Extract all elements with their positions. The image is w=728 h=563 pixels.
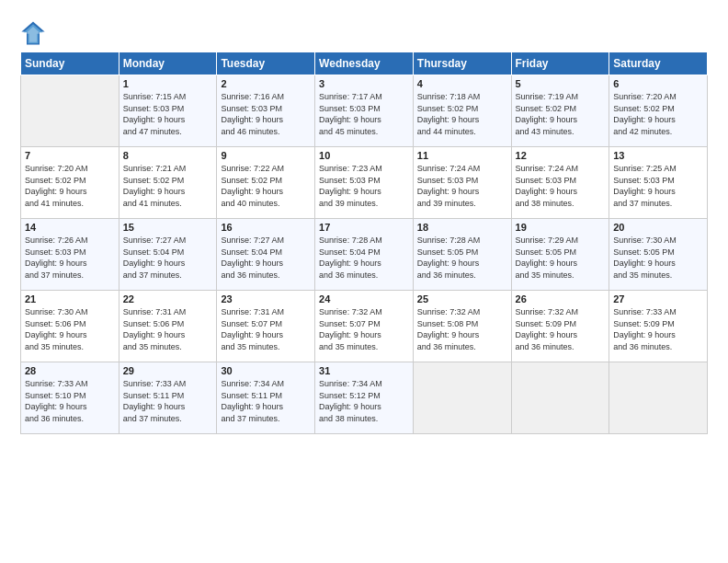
day-number: 1 <box>123 78 213 89</box>
calendar-cell: 27Sunrise: 7:33 AM Sunset: 5:09 PM Dayli… <box>609 291 708 362</box>
day-number: 20 <box>613 222 703 233</box>
day-info: Sunrise: 7:18 AM Sunset: 5:02 PM Dayligh… <box>417 91 507 137</box>
day-info: Sunrise: 7:20 AM Sunset: 5:02 PM Dayligh… <box>613 91 703 137</box>
calendar-cell: 29Sunrise: 7:33 AM Sunset: 5:11 PM Dayli… <box>119 362 217 434</box>
day-info: Sunrise: 7:24 AM Sunset: 5:03 PM Dayligh… <box>516 163 606 209</box>
day-info: Sunrise: 7:23 AM Sunset: 5:03 PM Dayligh… <box>319 163 409 209</box>
day-number: 15 <box>123 222 213 233</box>
day-info: Sunrise: 7:33 AM Sunset: 5:09 PM Dayligh… <box>613 306 703 352</box>
day-info: Sunrise: 7:32 AM Sunset: 5:07 PM Dayligh… <box>319 306 409 352</box>
day-info: Sunrise: 7:26 AM Sunset: 5:03 PM Dayligh… <box>25 235 115 281</box>
calendar-cell: 10Sunrise: 7:23 AM Sunset: 5:03 PM Dayli… <box>315 147 414 219</box>
day-number: 18 <box>417 222 507 233</box>
day-info: Sunrise: 7:32 AM Sunset: 5:09 PM Dayligh… <box>516 306 606 352</box>
day-number: 12 <box>516 150 606 161</box>
day-info: Sunrise: 7:28 AM Sunset: 5:05 PM Dayligh… <box>417 235 507 281</box>
calendar-cell: 19Sunrise: 7:29 AM Sunset: 5:05 PM Dayli… <box>511 219 609 291</box>
calendar-cell <box>511 362 609 434</box>
calendar-cell: 23Sunrise: 7:31 AM Sunset: 5:07 PM Dayli… <box>217 291 315 362</box>
calendar-cell: 2Sunrise: 7:16 AM Sunset: 5:03 PM Daylig… <box>217 75 315 147</box>
day-info: Sunrise: 7:33 AM Sunset: 5:10 PM Dayligh… <box>25 378 115 424</box>
calendar-cell <box>609 362 708 434</box>
day-number: 14 <box>25 222 115 233</box>
weekday-header: Tuesday <box>217 52 315 75</box>
day-info: Sunrise: 7:29 AM Sunset: 5:05 PM Dayligh… <box>516 235 606 281</box>
calendar-week-row: 7Sunrise: 7:20 AM Sunset: 5:02 PM Daylig… <box>21 147 708 219</box>
calendar-cell: 20Sunrise: 7:30 AM Sunset: 5:05 PM Dayli… <box>609 219 708 291</box>
day-number: 19 <box>516 222 606 233</box>
weekday-header: Wednesday <box>315 52 414 75</box>
day-number: 25 <box>417 293 507 304</box>
weekday-header: Sunday <box>21 52 119 75</box>
calendar-cell: 5Sunrise: 7:19 AM Sunset: 5:02 PM Daylig… <box>511 75 609 147</box>
weekday-row: SundayMondayTuesdayWednesdayThursdayFrid… <box>21 52 708 75</box>
logo-icon <box>20 20 46 46</box>
day-info: Sunrise: 7:33 AM Sunset: 5:11 PM Dayligh… <box>123 378 213 424</box>
day-number: 24 <box>319 293 409 304</box>
day-info: Sunrise: 7:27 AM Sunset: 5:04 PM Dayligh… <box>221 235 311 281</box>
calendar-cell: 16Sunrise: 7:27 AM Sunset: 5:04 PM Dayli… <box>217 219 315 291</box>
day-info: Sunrise: 7:20 AM Sunset: 5:02 PM Dayligh… <box>25 163 115 209</box>
weekday-header: Friday <box>511 52 609 75</box>
day-number: 28 <box>25 365 115 376</box>
day-info: Sunrise: 7:16 AM Sunset: 5:03 PM Dayligh… <box>221 91 311 137</box>
calendar-cell: 24Sunrise: 7:32 AM Sunset: 5:07 PM Dayli… <box>315 291 414 362</box>
day-info: Sunrise: 7:32 AM Sunset: 5:08 PM Dayligh… <box>417 306 507 352</box>
calendar-cell: 18Sunrise: 7:28 AM Sunset: 5:05 PM Dayli… <box>413 219 511 291</box>
day-info: Sunrise: 7:34 AM Sunset: 5:11 PM Dayligh… <box>221 378 311 424</box>
weekday-header: Saturday <box>609 52 708 75</box>
day-number: 3 <box>319 78 409 89</box>
calendar-header: SundayMondayTuesdayWednesdayThursdayFrid… <box>21 52 708 75</box>
day-number: 2 <box>221 78 311 89</box>
calendar-cell: 26Sunrise: 7:32 AM Sunset: 5:09 PM Dayli… <box>511 291 609 362</box>
header <box>20 17 708 46</box>
day-number: 10 <box>319 150 409 161</box>
calendar-cell: 22Sunrise: 7:31 AM Sunset: 5:06 PM Dayli… <box>119 291 217 362</box>
calendar-cell: 11Sunrise: 7:24 AM Sunset: 5:03 PM Dayli… <box>413 147 511 219</box>
day-info: Sunrise: 7:15 AM Sunset: 5:03 PM Dayligh… <box>123 91 213 137</box>
day-number: 8 <box>123 150 213 161</box>
day-info: Sunrise: 7:25 AM Sunset: 5:03 PM Dayligh… <box>613 163 703 209</box>
calendar-week-row: 21Sunrise: 7:30 AM Sunset: 5:06 PM Dayli… <box>21 291 708 362</box>
calendar-week-row: 1Sunrise: 7:15 AM Sunset: 5:03 PM Daylig… <box>21 75 708 147</box>
day-info: Sunrise: 7:21 AM Sunset: 5:02 PM Dayligh… <box>123 163 213 209</box>
calendar-cell: 12Sunrise: 7:24 AM Sunset: 5:03 PM Dayli… <box>511 147 609 219</box>
calendar-cell <box>413 362 511 434</box>
day-number: 4 <box>417 78 507 89</box>
day-number: 31 <box>319 365 409 376</box>
day-number: 27 <box>613 293 703 304</box>
day-info: Sunrise: 7:22 AM Sunset: 5:02 PM Dayligh… <box>221 163 311 209</box>
calendar-body: 1Sunrise: 7:15 AM Sunset: 5:03 PM Daylig… <box>21 75 708 434</box>
day-info: Sunrise: 7:19 AM Sunset: 5:02 PM Dayligh… <box>516 91 606 137</box>
calendar-cell: 17Sunrise: 7:28 AM Sunset: 5:04 PM Dayli… <box>315 219 414 291</box>
day-number: 7 <box>25 150 115 161</box>
calendar-cell: 30Sunrise: 7:34 AM Sunset: 5:11 PM Dayli… <box>217 362 315 434</box>
calendar-cell <box>21 75 119 147</box>
calendar-cell: 8Sunrise: 7:21 AM Sunset: 5:02 PM Daylig… <box>119 147 217 219</box>
calendar-cell: 15Sunrise: 7:27 AM Sunset: 5:04 PM Dayli… <box>119 219 217 291</box>
day-number: 17 <box>319 222 409 233</box>
day-info: Sunrise: 7:31 AM Sunset: 5:06 PM Dayligh… <box>123 306 213 352</box>
calendar-week-row: 28Sunrise: 7:33 AM Sunset: 5:10 PM Dayli… <box>21 362 708 434</box>
day-number: 9 <box>221 150 311 161</box>
calendar-cell: 13Sunrise: 7:25 AM Sunset: 5:03 PM Dayli… <box>609 147 708 219</box>
weekday-header: Monday <box>119 52 217 75</box>
day-number: 23 <box>221 293 311 304</box>
logo <box>20 20 48 46</box>
calendar-cell: 6Sunrise: 7:20 AM Sunset: 5:02 PM Daylig… <box>609 75 708 147</box>
calendar-week-row: 14Sunrise: 7:26 AM Sunset: 5:03 PM Dayli… <box>21 219 708 291</box>
calendar-cell: 25Sunrise: 7:32 AM Sunset: 5:08 PM Dayli… <box>413 291 511 362</box>
day-number: 5 <box>516 78 606 89</box>
calendar-cell: 31Sunrise: 7:34 AM Sunset: 5:12 PM Dayli… <box>315 362 414 434</box>
calendar-cell: 3Sunrise: 7:17 AM Sunset: 5:03 PM Daylig… <box>315 75 414 147</box>
calendar-cell: 14Sunrise: 7:26 AM Sunset: 5:03 PM Dayli… <box>21 219 119 291</box>
day-number: 30 <box>221 365 311 376</box>
weekday-header: Thursday <box>413 52 511 75</box>
day-number: 21 <box>25 293 115 304</box>
day-number: 11 <box>417 150 507 161</box>
day-number: 22 <box>123 293 213 304</box>
page: SundayMondayTuesdayWednesdayThursdayFrid… <box>0 0 728 563</box>
day-info: Sunrise: 7:27 AM Sunset: 5:04 PM Dayligh… <box>123 235 213 281</box>
day-number: 6 <box>613 78 703 89</box>
day-info: Sunrise: 7:34 AM Sunset: 5:12 PM Dayligh… <box>319 378 409 424</box>
